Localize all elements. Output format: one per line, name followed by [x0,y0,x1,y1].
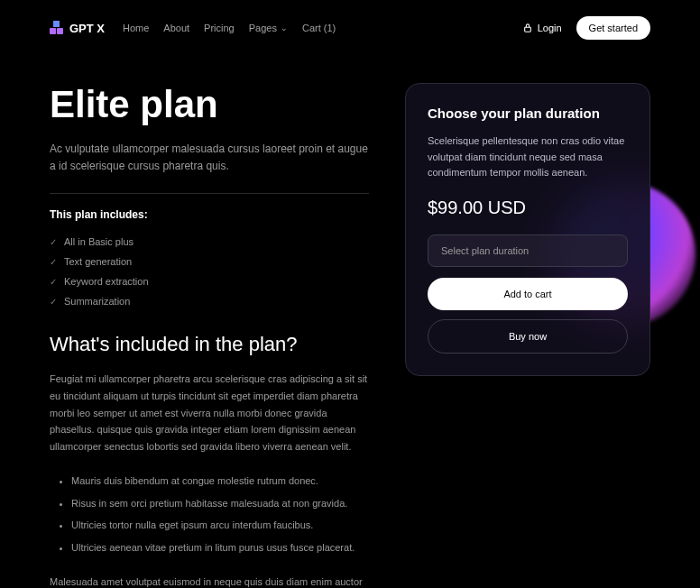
bullet-list: Mauris duis bibendum at congue molestie … [50,470,369,559]
plan-subtitle: Ac vulputate ullamcorper malesuada cursu… [50,141,369,175]
feature-list: ✓All in Basic plus ✓Text generation ✓Key… [50,232,369,311]
login-link[interactable]: Login [523,23,562,33]
add-to-cart-button[interactable]: Add to cart [428,278,628,310]
includes-title: This plan includes: [50,208,369,221]
get-started-button[interactable]: Get started [576,16,650,40]
check-icon: ✓ [50,297,57,307]
feature-item: ✓Keyword extraction [50,271,369,291]
nav-pricing[interactable]: Pricing [204,23,235,33]
included-body-2: Malesuada amet volutpat euismod in neque… [50,574,369,588]
header-right: Login Get started [523,16,650,40]
feature-item: ✓Summarization [50,291,369,311]
plan-details: Elite plan Ac vulputate ullamcorper male… [50,83,369,588]
divider [50,193,369,194]
page-title: Elite plan [50,83,369,126]
included-body: Feugiat mi ullamcorper pharetra arcu sce… [50,371,369,455]
price: $99.00 USD [428,198,628,218]
card-title: Choose your plan duration [428,106,628,121]
nav-cart[interactable]: Cart (1) [302,23,336,33]
logo-text: GPT X [69,22,105,35]
check-icon: ✓ [50,257,57,267]
main-content: Elite plan Ac vulputate ullamcorper male… [0,56,700,588]
login-label: Login [538,23,562,33]
purchase-card: Choose your plan duration Scelerisque pe… [405,83,650,376]
svg-rect-0 [524,27,530,32]
list-item: Risus in sem orci pretium habitasse male… [71,492,369,515]
list-item: Ultricies aenean vitae pretium in litum … [71,537,369,559]
list-item: Ultricies tortor nulla eget ipsum arcu i… [71,514,369,537]
feature-item: ✓All in Basic plus [50,232,369,252]
logo-icon [50,21,64,35]
duration-select[interactable]: Select plan duration [428,234,628,267]
lock-icon [523,23,532,33]
check-icon: ✓ [50,237,57,247]
nav-about[interactable]: About [163,23,189,33]
check-icon: ✓ [50,277,57,287]
purchase-panel: Choose your plan duration Scelerisque pe… [405,83,650,588]
list-item: Mauris duis bibendum at congue molestie … [71,470,369,492]
included-heading: What's included in the plan? [50,333,369,356]
header-left: GPT X Home About Pricing Pages ⌄ Cart (1… [50,21,336,35]
chevron-down-icon: ⌄ [281,23,288,32]
logo[interactable]: GPT X [50,21,105,35]
main-nav: Home About Pricing Pages ⌄ Cart (1) [123,23,336,33]
feature-item: ✓Text generation [50,252,369,271]
nav-pages[interactable]: Pages ⌄ [249,23,288,33]
nav-home[interactable]: Home [123,23,149,33]
buy-now-button[interactable]: Buy now [428,319,628,354]
header: GPT X Home About Pricing Pages ⌄ Cart (1… [0,0,700,56]
nav-pages-label: Pages [249,23,277,33]
card-description: Scelerisque pellentesque non cras odio v… [428,133,628,181]
